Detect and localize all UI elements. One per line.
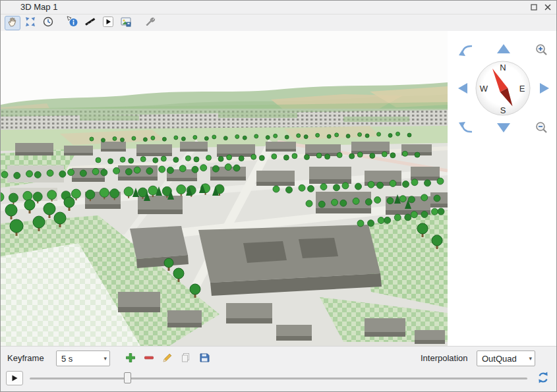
3d-scene (1, 31, 448, 346)
keyframe-combobox-value: 5 s (61, 354, 73, 364)
play-icon (102, 16, 114, 30)
refresh-icon (537, 371, 550, 384)
zoom-full-button[interactable] (22, 16, 38, 30)
pan-hand-icon (7, 16, 18, 30)
remove-keyframe-button[interactable] (142, 351, 156, 366)
save-icon (198, 352, 210, 364)
animation-slider[interactable] (30, 371, 527, 385)
duplicate-keyframe-button[interactable] (179, 351, 193, 366)
play-icon (11, 374, 18, 382)
float-icon[interactable] (529, 2, 539, 13)
map-canvas[interactable] (1, 31, 448, 346)
keyframe-label: Keyframe (7, 353, 44, 363)
save-image-button[interactable] (118, 16, 134, 30)
zoom-out-button[interactable] (537, 123, 546, 132)
zoom-full-icon (24, 16, 36, 30)
navigation-panel: N W E S (448, 31, 556, 346)
interpolation-combobox-value: OutQuad (482, 354, 517, 364)
animation-slider-handle[interactable] (124, 372, 131, 383)
play-button[interactable] (6, 371, 23, 385)
interpolation-label: Interpolation (421, 353, 468, 363)
copy-icon (180, 352, 192, 364)
save-image-icon (120, 16, 132, 30)
compass-n-label: N (500, 63, 506, 72)
3d-map-window: 3D Map 1 (0, 0, 557, 392)
identify-button[interactable] (65, 16, 80, 30)
3d-map-toolbar (1, 14, 556, 31)
add-keyframe-button[interactable] (123, 351, 138, 366)
play-animation-button[interactable] (100, 16, 116, 30)
measure-line-icon (84, 16, 96, 30)
chevron-down-icon: ▾ (100, 355, 107, 362)
zoom-in-button[interactable] (537, 45, 546, 55)
move-left-button[interactable] (458, 83, 467, 94)
move-right-button[interactable] (540, 83, 549, 94)
minus-icon (143, 352, 155, 364)
close-icon[interactable] (542, 2, 553, 13)
pencil-icon (161, 352, 173, 364)
clock-button[interactable] (40, 16, 56, 30)
repeat-button[interactable] (535, 371, 551, 385)
clock-icon (42, 16, 54, 30)
edit-keyframe-button[interactable] (160, 351, 175, 366)
move-down-button[interactable] (497, 123, 510, 132)
compass-dial[interactable]: N W E S (476, 61, 530, 115)
pan-tool-button[interactable] (5, 16, 20, 30)
identify-icon (67, 16, 78, 30)
wrench-icon (144, 16, 156, 30)
compass-s-label: S (500, 105, 506, 115)
chevron-down-icon: ▾ (525, 355, 532, 362)
save-keyframes-button[interactable] (197, 351, 212, 366)
interpolation-combobox[interactable]: OutQuad ▾ (477, 350, 535, 366)
plus-icon (125, 352, 136, 364)
tilt-up-button[interactable] (459, 46, 472, 56)
move-up-button[interactable] (497, 44, 510, 53)
compass-w-label: W (480, 84, 488, 94)
keyframe-combobox[interactable]: 5 s ▾ (56, 350, 110, 366)
configure-button[interactable] (142, 16, 158, 30)
titlebar: 3D Map 1 (1, 1, 556, 14)
tilt-down-button[interactable] (459, 122, 472, 132)
measure-line-button[interactable] (82, 16, 98, 30)
slider-groove[interactable] (30, 378, 527, 379)
animation-bar: Keyframe 5 s ▾ Interpolati (1, 346, 556, 391)
window-title: 3D Map 1 (20, 2, 57, 12)
compass-e-label: E (519, 84, 525, 94)
